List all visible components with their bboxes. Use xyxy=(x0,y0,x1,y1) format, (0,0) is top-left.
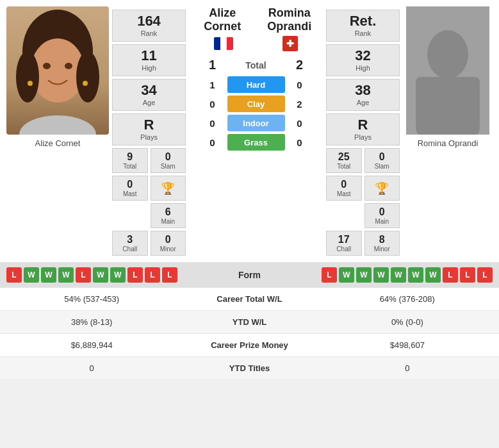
right-high-value: 32 xyxy=(355,49,370,63)
total-score-right: 2 xyxy=(290,58,309,72)
flag-fr-red xyxy=(227,37,233,50)
main-container: Alize Cornet 164 Rank 11 High 34 Age R P… xyxy=(0,0,499,380)
left-slam-cell: 0 Slam xyxy=(151,148,186,173)
swiss-cross: ✚ xyxy=(286,39,294,48)
left-minor-value: 0 xyxy=(165,234,171,245)
left-minor-label: Minor xyxy=(160,245,176,253)
left-age-label: Age xyxy=(143,99,156,106)
surface-row: 0 Clay 2 xyxy=(203,95,309,112)
left-total-value: 9 xyxy=(127,151,133,163)
left-high-label: High xyxy=(142,64,156,72)
form-badge-left: L xyxy=(76,267,91,283)
stat-label: YTD W/L xyxy=(170,317,328,327)
right-player-svg xyxy=(406,6,489,135)
right-stats-box: Ret. Rank 32 High 38 Age R Plays 25 Tota… xyxy=(326,6,400,256)
right-age-value: 38 xyxy=(355,83,370,97)
right-total-value: 25 xyxy=(338,151,350,163)
left-player-photo-area: Alize Cornet xyxy=(3,6,112,256)
form-badge-left: W xyxy=(24,267,39,283)
left-total-cell: 9 Total xyxy=(112,148,148,173)
right-slam-cell: 0 Slam xyxy=(364,148,400,173)
stat-label: Career Total W/L xyxy=(170,294,328,304)
left-chall-cell: 3 Chall xyxy=(112,231,148,256)
form-badge-right: W xyxy=(373,267,389,283)
surface-score-left: 1 xyxy=(203,79,222,90)
right-minor-cell: 8 Minor xyxy=(364,231,400,256)
left-mast-label: Mast xyxy=(123,190,137,197)
right-age-label: Age xyxy=(357,99,370,106)
right-chall-label: Chall xyxy=(336,245,351,253)
right-player-name: Romina Oprandi xyxy=(256,6,323,33)
career-stat-row: $6,889,944 Career Prize Money $498,607 xyxy=(0,334,499,357)
surface-row: 1 Hard 0 xyxy=(203,76,309,93)
right-slam-label: Slam xyxy=(375,163,389,170)
flag-fr-white xyxy=(220,37,227,50)
middle-section: Alize Cornet Romina Oprandi ✚ 1 Tot xyxy=(186,6,326,256)
flag-fr-blue xyxy=(214,37,220,50)
players-section: Alize Cornet 164 Rank 11 High 34 Age R P… xyxy=(0,0,499,262)
right-trophy-cell: 🏆 xyxy=(364,176,400,201)
left-flag xyxy=(214,37,233,50)
right-player-image xyxy=(406,6,489,135)
stat-left-value: 54% (537-453) xyxy=(13,294,170,304)
form-badge-right: W xyxy=(425,267,441,283)
surface-score-right: 0 xyxy=(290,79,309,90)
left-small-stats: 9 Total 0 Slam 0 Mast 🏆 6 Main xyxy=(112,148,186,256)
surface-badge: Grass xyxy=(227,134,285,151)
stat-right-value: $498,607 xyxy=(329,340,486,350)
right-main-cell: 0 Main xyxy=(364,203,400,228)
left-mast-value: 0 xyxy=(127,179,133,190)
surface-badge: Clay xyxy=(227,95,285,112)
left-player-name: Alize Cornet xyxy=(189,6,256,33)
svg-point-6 xyxy=(65,63,72,69)
surface-score-right: 2 xyxy=(290,99,309,110)
form-label: Form xyxy=(238,270,261,280)
stat-label: YTD Titles xyxy=(170,363,328,373)
form-badge-right: W xyxy=(339,267,354,283)
svg-point-4 xyxy=(19,115,96,135)
right-player-photo-area: Romina Oprandi xyxy=(400,6,496,256)
left-main-cell: 6 Main xyxy=(151,203,186,228)
right-total-cell: 25 Total xyxy=(326,148,362,173)
left-slam-value: 0 xyxy=(165,151,171,163)
surface-score-left: 0 xyxy=(203,137,222,148)
right-mast-cell: 0 Mast xyxy=(326,176,362,201)
left-rank-label: Rank xyxy=(141,29,158,37)
left-age-value: 34 xyxy=(141,83,156,97)
form-left: LWWWLWWLLL xyxy=(6,267,177,283)
career-stat-row: 54% (537-453) Career Total W/L 64% (376-… xyxy=(0,288,499,311)
left-age-cell: 34 Age xyxy=(112,79,186,111)
right-plays-cell: R Plays xyxy=(326,113,400,145)
right-chall-cell: 17 Chall xyxy=(326,231,362,256)
form-badge-left: W xyxy=(58,267,74,283)
left-plays-label: Plays xyxy=(140,133,158,141)
form-badge-left: L xyxy=(162,267,177,283)
surface-score-right: 0 xyxy=(290,118,309,129)
right-minor-label: Minor xyxy=(374,245,390,253)
right-plays-label: Plays xyxy=(354,133,372,141)
stat-left-value: 0 xyxy=(13,363,170,373)
surface-score-right: 0 xyxy=(290,137,309,148)
form-badge-right: L xyxy=(443,267,458,283)
right-player-name-label: Romina Oprandi xyxy=(418,138,479,148)
left-rank-cell: 164 Rank xyxy=(112,10,186,42)
surface-rows: 1 Hard 0 0 Clay 2 0 Indoor 0 0 Grass 0 xyxy=(203,76,309,153)
right-plays-value: R xyxy=(358,118,368,132)
trophy-icon-left: 🏆 xyxy=(161,181,175,195)
left-plays-cell: R Plays xyxy=(112,113,186,145)
stat-left-value: $6,889,944 xyxy=(13,340,170,350)
svg-point-2 xyxy=(16,51,39,103)
surface-badge: Indoor xyxy=(227,115,285,131)
right-rank-label: Rank xyxy=(355,29,372,37)
left-player-name-label: Alize Cornet xyxy=(35,138,81,148)
total-row: 1 Total 2 xyxy=(189,58,323,72)
trophy-icon-right: 🏆 xyxy=(375,181,389,195)
svg-point-7 xyxy=(28,81,33,86)
form-badge-left: W xyxy=(110,267,126,283)
career-stat-row: 38% (8-13) YTD W/L 0% (0-0) xyxy=(0,311,499,334)
total-score-left: 1 xyxy=(203,58,222,72)
right-mast-value: 0 xyxy=(341,179,347,190)
right-flag: ✚ xyxy=(282,36,298,51)
form-badge-left: L xyxy=(6,267,22,283)
flags-row: ✚ xyxy=(189,36,323,51)
